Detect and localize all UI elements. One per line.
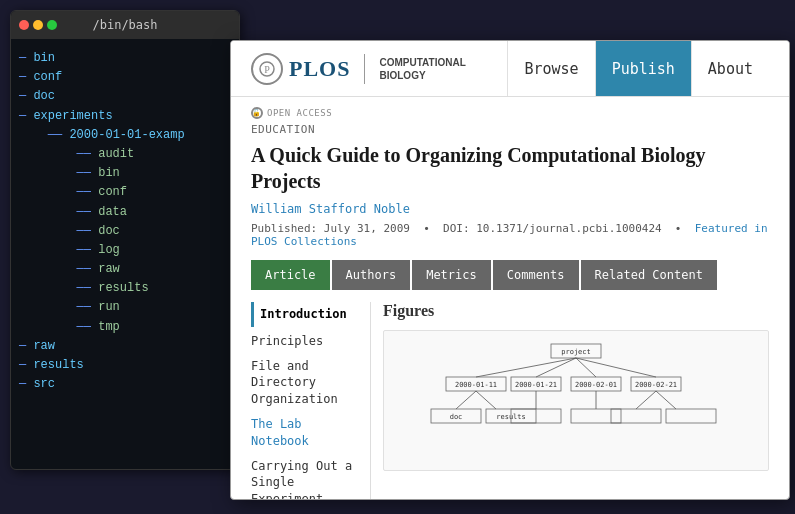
- tree-item: —— bin: [19, 164, 231, 183]
- education-label: EDUCATION: [251, 123, 769, 136]
- terminal-titlebar: /bin/bash: [11, 11, 239, 39]
- figures-title: Figures: [383, 302, 769, 320]
- tree-item: — experiments: [19, 107, 231, 126]
- svg-text:P: P: [264, 64, 270, 75]
- tree-item: —— log: [19, 241, 231, 260]
- tab-authors[interactable]: Authors: [332, 260, 411, 290]
- plos-logo-text: PLOS: [289, 56, 350, 82]
- terminal-window: /bin/bash — bin— conf— doc— experiments …: [10, 10, 240, 470]
- plos-header: P PLOS COMPUTATIONAL BIOLOGY Browse Publ…: [231, 41, 789, 97]
- svg-rect-29: [666, 409, 716, 423]
- tree-item: — bin: [19, 49, 231, 68]
- terminal-body: — bin— conf— doc— experiments —— 2000-01…: [11, 39, 239, 404]
- tree-item: —— tmp: [19, 318, 231, 337]
- svg-line-6: [576, 358, 596, 377]
- figure-box: project 2000-01-11 2000-01-21: [383, 330, 769, 471]
- svg-line-5: [536, 358, 576, 377]
- tree-item: — src: [19, 375, 231, 394]
- tab-related[interactable]: Related Content: [581, 260, 717, 290]
- svg-rect-28: [611, 409, 661, 423]
- tree-item: — conf: [19, 68, 231, 87]
- browser-window: P PLOS COMPUTATIONAL BIOLOGY Browse Publ…: [230, 40, 790, 500]
- sidebar-nav-carrying[interactable]: Carrying Out a Single Experiment: [251, 454, 362, 499]
- article-body: Introduction Principles File and Directo…: [251, 302, 769, 499]
- tree-item: —— data: [19, 203, 231, 222]
- svg-line-17: [476, 391, 496, 409]
- svg-text:doc: doc: [450, 413, 463, 421]
- close-button[interactable]: [19, 20, 29, 30]
- maximize-button[interactable]: [47, 20, 57, 30]
- article-main-area: 🔓 OPEN ACCESS EDUCATION A Quick Guide to…: [251, 107, 769, 489]
- svg-line-7: [576, 358, 656, 377]
- plos-logo-icon: P: [251, 53, 283, 85]
- plos-nav: Browse Publish About: [507, 41, 769, 96]
- plos-logo-divider: [364, 54, 365, 84]
- tab-comments[interactable]: Comments: [493, 260, 579, 290]
- svg-rect-25: [571, 409, 621, 423]
- tab-article[interactable]: Article: [251, 260, 330, 290]
- tree-item: —— 2000-01-01-examp: [19, 126, 231, 145]
- terminal-controls: [19, 20, 57, 30]
- minimize-button[interactable]: [33, 20, 43, 30]
- tree-item: —— raw: [19, 260, 231, 279]
- svg-line-16: [456, 391, 476, 409]
- article-top-meta: 🔓 OPEN ACCESS EDUCATION: [251, 107, 769, 136]
- tree-item: —— conf: [19, 183, 231, 202]
- tree-item: —— run: [19, 298, 231, 317]
- sidebar-nav-principles[interactable]: Principles: [251, 329, 362, 354]
- plos-logo-subtitle: COMPUTATIONAL BIOLOGY: [379, 56, 465, 82]
- open-access-icon: 🔓: [251, 107, 263, 119]
- figure-diagram: project 2000-01-11 2000-01-21: [392, 339, 760, 459]
- nav-browse[interactable]: Browse: [507, 41, 594, 96]
- svg-text:2000-02-21: 2000-02-21: [635, 381, 677, 389]
- nav-about[interactable]: About: [691, 41, 769, 96]
- article-title: A Quick Guide to Organizing Computationa…: [251, 142, 769, 194]
- article-author: William Stafford Noble: [251, 202, 769, 216]
- tree-item: — raw: [19, 337, 231, 356]
- tree-item: — doc: [19, 87, 231, 106]
- tree-item: —— results: [19, 279, 231, 298]
- article-sidebar-nav: Introduction Principles File and Directo…: [251, 302, 371, 499]
- plos-logo: P PLOS COMPUTATIONAL BIOLOGY: [251, 53, 466, 85]
- sidebar-intro-section: Introduction: [251, 302, 362, 327]
- tree-item: —— doc: [19, 222, 231, 241]
- tree-item: — results: [19, 356, 231, 375]
- open-access-badge: 🔓 OPEN ACCESS: [251, 107, 769, 119]
- svg-line-27: [656, 391, 676, 409]
- sidebar-nav-lab[interactable]: The Lab Notebook: [251, 412, 362, 454]
- svg-text:2000-01-21: 2000-01-21: [515, 381, 557, 389]
- svg-text:2000-01-11: 2000-01-11: [455, 381, 497, 389]
- svg-text:2000-02-01: 2000-02-01: [575, 381, 617, 389]
- tree-item: —— audit: [19, 145, 231, 164]
- article-meta: Published: July 31, 2009 • DOI: 10.1371/…: [251, 222, 769, 248]
- figures-area: Figures project: [383, 302, 769, 499]
- svg-line-26: [636, 391, 656, 409]
- svg-line-4: [476, 358, 576, 377]
- sidebar-nav-intro[interactable]: Introduction: [260, 302, 362, 327]
- tab-metrics[interactable]: Metrics: [412, 260, 491, 290]
- nav-publish[interactable]: Publish: [595, 41, 691, 96]
- svg-text:project: project: [561, 348, 591, 356]
- terminal-title: /bin/bash: [92, 18, 157, 32]
- article-tabs: Article Authors Metrics Comments Related…: [251, 260, 769, 290]
- sidebar-nav-filedir[interactable]: File and Directory Organization: [251, 354, 362, 412]
- article-content: 🔓 OPEN ACCESS EDUCATION A Quick Guide to…: [231, 97, 789, 499]
